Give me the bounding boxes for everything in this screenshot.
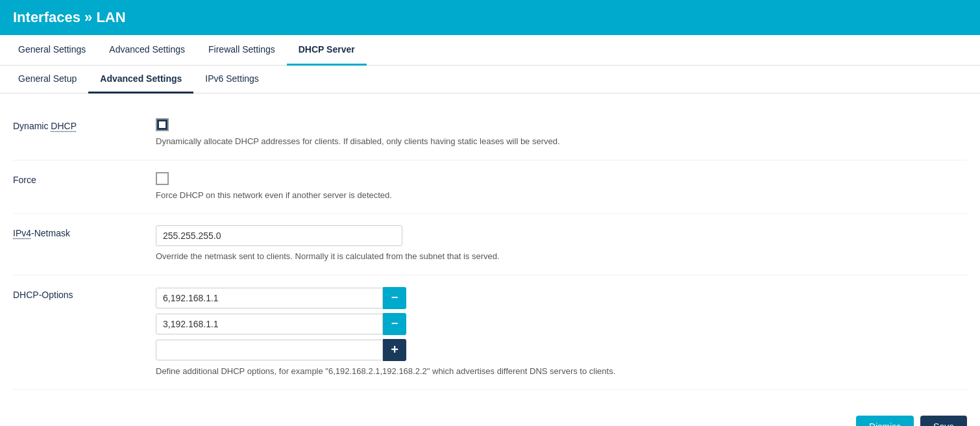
- tab-dhcp-server[interactable]: DHCP Server: [287, 35, 367, 66]
- tab-advanced-settings[interactable]: Advanced Settings: [97, 35, 197, 66]
- ipv4-netmask-row: IPv4-Netmask Override the netmask sent t…: [13, 214, 967, 275]
- page-title: Interfaces » LAN: [13, 9, 126, 25]
- top-tab-bar: General Settings Advanced Settings Firew…: [0, 35, 980, 66]
- force-row: Force Force DHCP on this network even if…: [13, 160, 967, 214]
- ipv4-netmask-input[interactable]: [156, 225, 402, 246]
- ipv4-underline: IPv4: [13, 228, 31, 238]
- force-label: Force: [13, 172, 156, 185]
- save-button[interactable]: Save: [920, 416, 967, 426]
- sub-tab-bar: General Setup Advanced Settings IPv6 Set…: [0, 66, 980, 94]
- dhcp-options-control: − − + Define additional DHCP options, fo…: [156, 287, 967, 378]
- dhcp-option-add-button[interactable]: +: [383, 339, 406, 361]
- dhcp-option-row-1: −: [156, 287, 967, 309]
- dismiss-button[interactable]: Dismiss: [856, 416, 914, 426]
- dhcp-option-remove-2[interactable]: −: [383, 313, 406, 335]
- ipv4-netmask-control: Override the netmask sent to clients. No…: [156, 225, 967, 263]
- tab-firewall-settings[interactable]: Firewall Settings: [197, 35, 287, 66]
- dhcp-underline: DHCP: [51, 121, 77, 131]
- dynamic-dhcp-row: Dynamic DHCP Dynamically allocate DHCP a…: [13, 106, 967, 160]
- dhcp-options-row: DHCP-Options − − + Define additional DHC…: [13, 275, 967, 390]
- dynamic-dhcp-checkbox[interactable]: [156, 118, 169, 131]
- force-control: Force DHCP on this network even if anoth…: [156, 172, 967, 202]
- tab-general-settings[interactable]: General Settings: [6, 35, 97, 66]
- subtab-advanced-settings[interactable]: Advanced Settings: [88, 66, 193, 94]
- dhcp-option-input-2[interactable]: [156, 314, 383, 334]
- main-content: Dynamic DHCP Dynamically allocate DHCP a…: [0, 94, 980, 403]
- subtab-ipv6-settings[interactable]: IPv6 Settings: [193, 66, 271, 94]
- dhcp-option-row-2: −: [156, 313, 967, 335]
- dynamic-dhcp-control: Dynamically allocate DHCP addresses for …: [156, 118, 967, 148]
- dynamic-dhcp-checkbox-container: [156, 118, 967, 131]
- dhcp-options-help: Define additional DHCP options, for exam…: [156, 365, 967, 378]
- footer: Dismiss Save: [0, 403, 980, 426]
- force-checkbox[interactable]: [156, 172, 169, 185]
- dhcp-option-remove-1[interactable]: −: [383, 287, 406, 309]
- dhcp-option-row-add: +: [156, 339, 967, 361]
- force-checkbox-container: [156, 172, 967, 185]
- dhcp-options-label: DHCP-Options: [13, 287, 156, 300]
- dhcp-option-input-1[interactable]: [156, 288, 383, 308]
- subtab-general-setup[interactable]: General Setup: [6, 66, 88, 94]
- dynamic-dhcp-help: Dynamically allocate DHCP addresses for …: [156, 135, 967, 148]
- ipv4-netmask-label: IPv4-Netmask: [13, 225, 156, 238]
- dhcp-option-input-new[interactable]: [156, 340, 383, 360]
- dynamic-dhcp-label: Dynamic DHCP: [13, 118, 156, 131]
- page-header: Interfaces » LAN: [0, 0, 980, 35]
- force-help: Force DHCP on this network even if anoth…: [156, 189, 967, 202]
- ipv4-netmask-help: Override the netmask sent to clients. No…: [156, 250, 967, 263]
